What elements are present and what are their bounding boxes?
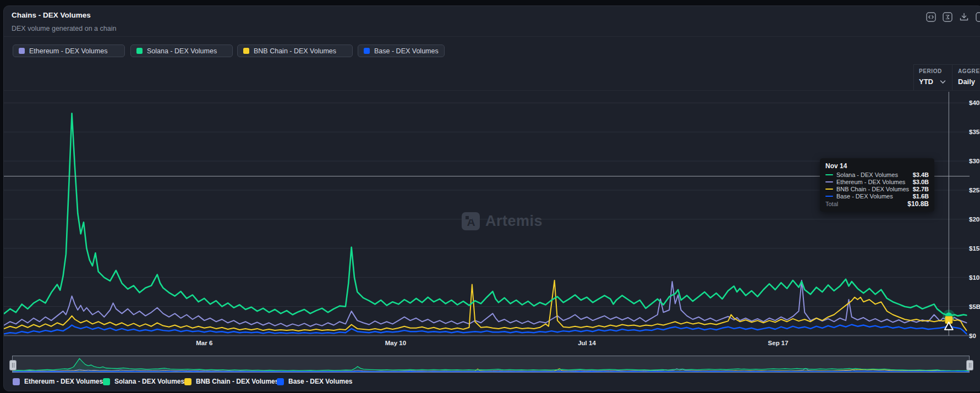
tooltip-total-value: $10.8B (907, 200, 929, 208)
hover-tooltip: Nov 14 Solana - DEX Volumes$3.4BEthereum… (820, 158, 934, 212)
series-line-base-dex-volumes (4, 325, 967, 334)
tooltip-series-label: Base - DEX Volumes (836, 193, 910, 200)
series-line-bnb-chain-dex-volumes (4, 280, 967, 331)
tooltip-series-label: Ethereum - DEX Volumes (836, 179, 910, 185)
tooltip-row-bnb-chain-dex-volumes: BNB Chain - DEX Volumes$2.7B (825, 186, 929, 192)
tooltip-series-value: $3.0B (913, 179, 929, 185)
tooltip-row-base-dex-volumes: Base - DEX Volumes$1.6B (825, 193, 929, 200)
brush-handle-left[interactable] (9, 360, 17, 370)
tooltip-series-value: $2.7B (913, 186, 929, 192)
tooltip-series-label: Solana - DEX Volumes (836, 171, 910, 178)
tooltip-series-value: $3.4B (913, 171, 929, 178)
artemis-watermark: A Artemis (462, 212, 543, 230)
tooltip-total-row: Total $10.8B (825, 201, 929, 208)
artemis-logo-icon: A (462, 212, 480, 230)
range-brush-track[interactable] (12, 356, 970, 373)
tooltip-series-dash (825, 189, 833, 190)
tooltip-series-dash (825, 196, 833, 197)
tooltip-row-solana-dex-volumes: Solana - DEX Volumes$3.4B (825, 171, 929, 178)
tooltip-total-label: Total (825, 201, 904, 207)
brush-handle-right[interactable] (966, 360, 973, 370)
dashboard-page: Chains - DEX Volumes DEX volume generate… (0, 0, 980, 393)
tooltip-series-value: $1.6B (913, 193, 929, 200)
tooltip-series-dash (825, 181, 833, 183)
tooltip-date: Nov 14 (825, 162, 929, 170)
watermark-text: Artemis (485, 213, 543, 230)
tooltip-series-dash (825, 174, 833, 176)
tooltip-series-label: BNB Chain - DEX Volumes (836, 186, 910, 192)
tooltip-row-ethereum-dex-volumes: Ethereum - DEX Volumes$3.0B (825, 179, 929, 185)
